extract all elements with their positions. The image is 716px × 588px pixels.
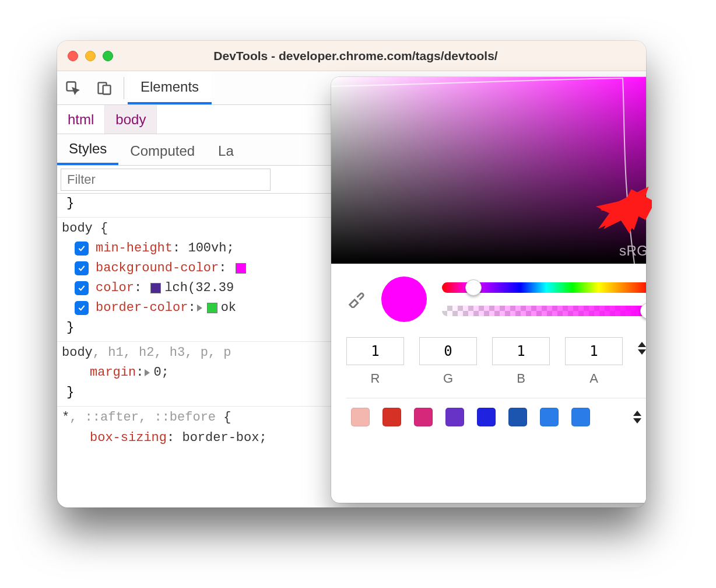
close-window-button[interactable] (68, 51, 78, 61)
breadcrumb-body[interactable]: body (105, 105, 157, 134)
tab-elements-label: Elements (141, 79, 199, 95)
palette-swatch[interactable] (351, 408, 370, 426)
palette-swatch[interactable] (445, 408, 464, 426)
palette-switch-spinner[interactable] (633, 411, 646, 424)
chevron-up-icon[interactable] (633, 411, 641, 416)
window-title: DevTools - developer.chrome.com/tags/dev… (125, 49, 587, 63)
palette-swatch[interactable] (571, 408, 590, 426)
devtools-window: DevTools - developer.chrome.com/tags/dev… (57, 41, 646, 508)
svg-rect-2 (103, 85, 111, 94)
chevron-down-icon[interactable] (638, 349, 646, 355)
checkbox-icon[interactable] (75, 242, 89, 256)
format-switch-spinner[interactable] (638, 337, 646, 355)
alpha-slider-knob[interactable] (640, 303, 646, 319)
color-swatch-icon[interactable] (207, 303, 217, 313)
annotation-arrow-icon (588, 175, 652, 239)
window-controls (68, 51, 113, 61)
breadcrumb-html[interactable]: html (57, 105, 105, 134)
value-g-input[interactable]: 0 (419, 337, 477, 365)
current-color-swatch (381, 276, 427, 322)
palette-swatch[interactable] (414, 408, 433, 426)
expand-triangle-icon[interactable] (145, 369, 150, 376)
tab-layout[interactable]: La (206, 143, 245, 165)
picker-body: 1 R 0 G 1 B 1 A (331, 264, 646, 438)
checkbox-icon[interactable] (75, 301, 89, 315)
device-toolbar-icon[interactable] (89, 71, 120, 104)
value-r-input[interactable]: 1 (346, 337, 404, 365)
tab-computed[interactable]: Computed (118, 143, 206, 165)
eyedropper-icon[interactable] (346, 288, 366, 310)
palette-swatch[interactable] (508, 408, 527, 426)
titlebar: DevTools - developer.chrome.com/tags/dev… (57, 41, 646, 71)
value-a-input[interactable]: 1 (565, 337, 623, 365)
checkbox-icon[interactable] (75, 281, 89, 295)
color-palette (346, 398, 646, 433)
color-swatch-icon[interactable] (150, 283, 161, 293)
srgb-label: sRGB (619, 243, 646, 259)
chevron-up-icon[interactable] (638, 342, 646, 347)
value-b-label: B (492, 371, 550, 386)
value-b-input[interactable]: 1 (492, 337, 550, 365)
color-picker-panel: sRGB (331, 77, 646, 503)
inspect-element-icon[interactable] (57, 71, 89, 104)
zoom-window-button[interactable] (103, 51, 113, 61)
color-swatch-icon[interactable] (236, 263, 246, 274)
alpha-slider[interactable] (442, 306, 646, 316)
chevron-down-icon[interactable] (633, 418, 641, 424)
palette-swatch[interactable] (540, 408, 559, 426)
palette-swatch[interactable] (382, 408, 401, 426)
color-value-row: 1 R 0 G 1 B 1 A (346, 337, 646, 386)
tab-styles[interactable]: Styles (57, 141, 118, 165)
value-g-label: G (419, 371, 477, 386)
palette-swatch[interactable] (477, 408, 496, 426)
hue-slider-knob[interactable] (465, 279, 482, 296)
styles-filter-input[interactable] (61, 169, 271, 191)
hue-slider[interactable] (442, 282, 646, 293)
expand-triangle-icon[interactable] (197, 304, 202, 312)
value-r-label: R (346, 371, 404, 386)
checkbox-icon[interactable] (75, 261, 89, 275)
value-a-label: A (565, 371, 623, 386)
tab-elements[interactable]: Elements (128, 71, 212, 104)
minimize-window-button[interactable] (85, 51, 96, 61)
toolbar-divider (124, 77, 124, 99)
